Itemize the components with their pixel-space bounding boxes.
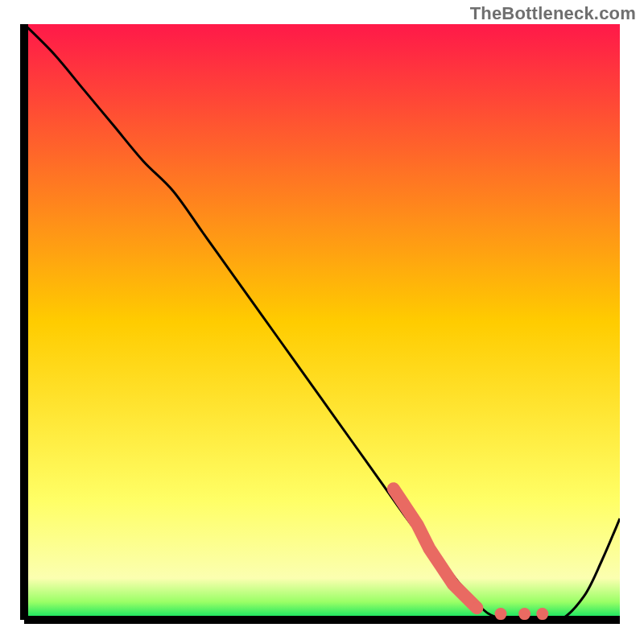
highlight-dot (471, 602, 483, 614)
bottleneck-chart (0, 0, 644, 644)
highlight-dot (495, 608, 507, 620)
watermark-text: TheBottleneck.com (470, 3, 636, 24)
chart-container: TheBottleneck.com (0, 0, 644, 644)
highlight-dot (518, 608, 530, 620)
highlight-dot (536, 608, 548, 620)
gradient-background (24, 24, 620, 620)
